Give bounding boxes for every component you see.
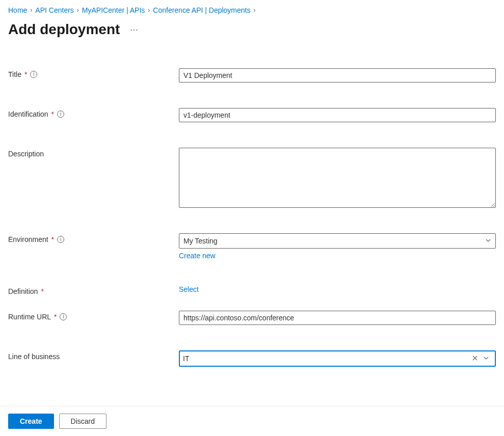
identification-input[interactable] <box>179 108 496 122</box>
environment-select[interactable]: My Testing <box>179 233 496 249</box>
footer-bar: Create Discard <box>0 406 504 436</box>
description-label: Description <box>8 148 179 158</box>
chevron-right-icon: › <box>30 7 32 14</box>
info-icon[interactable]: i <box>30 71 37 78</box>
clear-icon[interactable] <box>469 355 481 363</box>
page-title: Add deployment <box>8 21 120 38</box>
breadcrumb-home[interactable]: Home <box>8 6 27 14</box>
required-indicator: * <box>51 110 54 118</box>
info-icon[interactable]: i <box>60 313 67 320</box>
required-indicator: * <box>54 313 57 321</box>
more-icon[interactable]: ⋯ <box>130 25 139 35</box>
required-indicator: * <box>24 70 27 78</box>
chevron-right-icon: › <box>148 7 150 14</box>
description-textarea[interactable] <box>179 148 496 208</box>
info-icon[interactable]: i <box>57 111 64 118</box>
chevron-right-icon: › <box>254 7 256 14</box>
chevron-down-icon <box>485 237 491 245</box>
identification-label: Identification * i <box>8 108 179 118</box>
line-of-business-label: Line of business <box>8 350 179 361</box>
breadcrumb-conference-api-deployments[interactable]: Conference API | Deployments <box>153 6 250 14</box>
add-deployment-form: Title * i Identification * i Description… <box>8 68 496 392</box>
create-button[interactable]: Create <box>8 414 54 429</box>
required-indicator: * <box>51 235 54 243</box>
breadcrumb: Home › API Centers › MyAPICenter | APIs … <box>8 6 496 14</box>
create-new-environment-link[interactable]: Create new <box>179 252 496 260</box>
chevron-down-icon[interactable] <box>481 355 492 363</box>
breadcrumb-api-centers[interactable]: API Centers <box>35 6 73 14</box>
required-indicator: * <box>41 287 43 295</box>
runtime-url-label: Runtime URL * i <box>8 311 179 321</box>
line-of-business-select[interactable]: IT <box>179 350 496 367</box>
chevron-right-icon: › <box>77 7 79 14</box>
discard-button[interactable]: Discard <box>59 414 107 429</box>
title-label: Title * i <box>8 68 179 78</box>
line-of-business-value: IT <box>183 355 469 363</box>
info-icon[interactable]: i <box>57 236 64 243</box>
environment-select-value: My Testing <box>183 237 218 245</box>
runtime-url-input[interactable] <box>179 311 496 325</box>
title-input[interactable] <box>179 68 496 83</box>
breadcrumb-myapicenter-apis[interactable]: MyAPICenter | APIs <box>82 6 145 14</box>
definition-label: Definition * <box>8 285 179 295</box>
environment-label: Environment * i <box>8 233 179 243</box>
page-title-row: Add deployment ⋯ <box>8 21 496 38</box>
select-definition-link[interactable]: Select <box>179 285 496 293</box>
